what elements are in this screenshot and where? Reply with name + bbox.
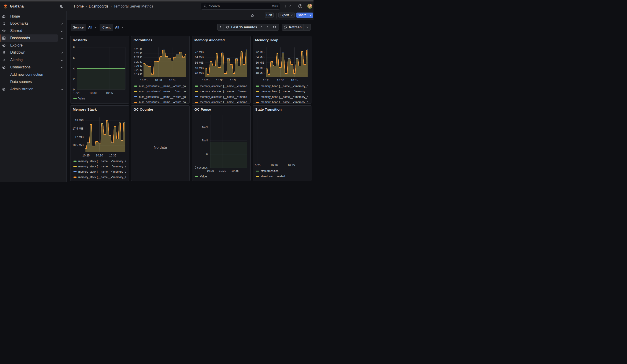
- svg-text:?: ?: [300, 5, 301, 7]
